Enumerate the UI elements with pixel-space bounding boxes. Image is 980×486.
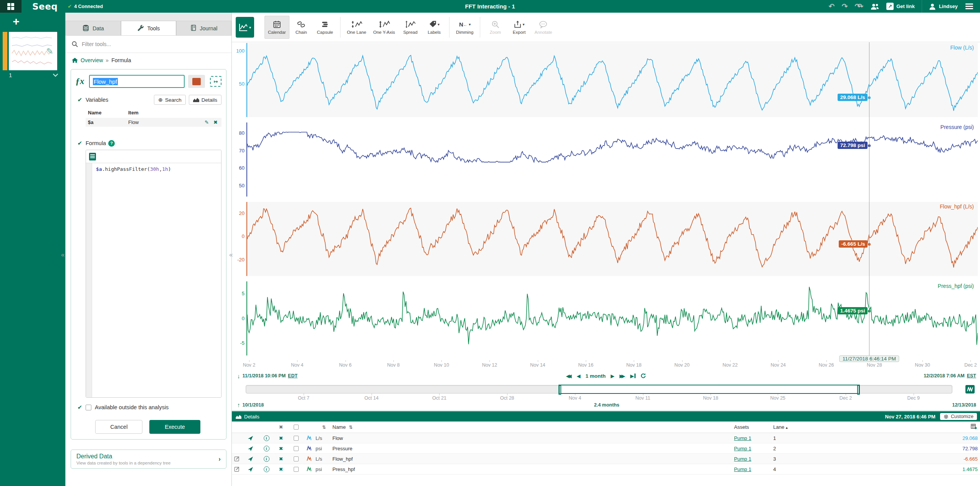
remove-item-icon[interactable]: ✖ bbox=[274, 446, 288, 451]
fast-forward-history-icon[interactable]: ↷↷ bbox=[854, 3, 863, 10]
item-checkbox[interactable] bbox=[288, 436, 304, 441]
asset-link[interactable]: Pump 1 bbox=[734, 456, 771, 462]
toolbar-dimming-button[interactable]: N▾Dimming bbox=[453, 16, 477, 39]
customize-button[interactable]: Customize bbox=[940, 413, 977, 420]
available-checkbox[interactable] bbox=[86, 405, 91, 410]
worksheet-thumbnail[interactable]: ✎ bbox=[9, 32, 57, 70]
send-to-trend-icon[interactable] bbox=[242, 456, 259, 462]
send-to-trend-icon[interactable] bbox=[242, 466, 259, 472]
chart-stack[interactable]: 10050Flow (L/s)29.068 L/s80706050Pressur… bbox=[232, 42, 980, 360]
chart-lane-4[interactable]: 50-5Press_hpf (psi)1.4675 psi bbox=[232, 281, 980, 360]
asset-link[interactable]: Pump 1 bbox=[734, 466, 771, 472]
details-row[interactable]: i✖L/sFlowPump 1129.068 bbox=[232, 433, 980, 443]
tab-data[interactable]: Data bbox=[66, 21, 121, 35]
range-start-timezone-link[interactable]: EDT bbox=[288, 373, 297, 379]
toolbar-spread-button[interactable]: Spread bbox=[398, 16, 422, 39]
remove-item-icon[interactable]: ✖ bbox=[274, 466, 288, 472]
remove-all-icon[interactable]: ✖ bbox=[274, 424, 288, 430]
breadcrumb-overview-link[interactable]: Overview bbox=[81, 57, 103, 63]
edit-variable-icon[interactable]: ✎ bbox=[205, 119, 209, 125]
formula-name-input[interactable]: Flow_hpf bbox=[89, 75, 185, 88]
users-icon[interactable] bbox=[870, 3, 879, 10]
toolbar-capsule-button[interactable]: Capsule bbox=[313, 16, 337, 39]
remove-item-icon[interactable]: ✖ bbox=[274, 435, 288, 441]
one-lane-icon bbox=[351, 20, 362, 28]
send-to-trend-icon[interactable] bbox=[242, 446, 259, 451]
formula-help-icon[interactable]: ? bbox=[108, 140, 115, 147]
scrubber-left-handle[interactable] bbox=[559, 385, 561, 395]
item-info-icon[interactable]: i bbox=[259, 456, 274, 462]
scrubber-selection[interactable] bbox=[559, 385, 859, 394]
item-checkbox[interactable] bbox=[288, 446, 304, 451]
item-info-icon[interactable]: i bbox=[259, 466, 274, 472]
remove-item-icon[interactable]: ✖ bbox=[274, 456, 288, 462]
add-column-icon[interactable] bbox=[971, 424, 980, 430]
sort-name-icon[interactable]: ⇅ bbox=[349, 425, 353, 430]
details-row[interactable]: i✖psiPress_hpfPump 141.4675 bbox=[232, 464, 980, 474]
refresh-icon[interactable] bbox=[641, 373, 646, 379]
chart-lane-1[interactable]: 10050Flow (L/s)29.068 L/s bbox=[232, 42, 980, 122]
undo-icon[interactable]: ↶ bbox=[829, 3, 835, 10]
view-selector-button[interactable]: ▾ bbox=[236, 17, 254, 38]
step-to-end-icon[interactable]: ▶ bbox=[630, 374, 636, 379]
duration-label[interactable]: 1 month bbox=[585, 373, 606, 379]
formula-code[interactable]: $a.highPassFilter(30h,1h) bbox=[92, 163, 175, 397]
worksheet-menu-chevron-icon[interactable] bbox=[53, 73, 58, 77]
edit-item-icon[interactable] bbox=[232, 456, 242, 461]
asset-link[interactable]: Pump 1 bbox=[734, 446, 771, 451]
execute-button[interactable]: Execute bbox=[149, 420, 200, 434]
filter-tools-input[interactable] bbox=[82, 41, 197, 47]
asset-link[interactable]: Pump 1 bbox=[734, 435, 771, 441]
tab-journal[interactable]: Journal bbox=[176, 21, 231, 35]
item-checkbox[interactable] bbox=[288, 467, 304, 472]
details-row[interactable]: i✖L/sFlow_hpfPump 13-6.665 bbox=[232, 454, 980, 464]
item-info-icon[interactable]: i bbox=[259, 435, 274, 441]
get-link-button[interactable]: ↗ Get link bbox=[886, 3, 915, 10]
user-menu-button[interactable]: Lindsey bbox=[929, 3, 958, 10]
tab-tools[interactable]: Tools bbox=[121, 21, 176, 35]
collapse-tools-handle[interactable]: « bbox=[229, 251, 233, 258]
y-axis-tick-label: 0 bbox=[232, 316, 245, 321]
hamburger-menu-icon[interactable] bbox=[965, 2, 974, 11]
variables-search-button[interactable]: ⊕ Search bbox=[154, 95, 186, 105]
details-row[interactable]: i✖psiPressurePump 1272.798 bbox=[232, 443, 980, 454]
toolbar-chain-button[interactable]: Chain bbox=[289, 16, 313, 39]
range-end-timezone-link[interactable]: EST bbox=[967, 373, 976, 379]
cancel-button[interactable]: Cancel bbox=[95, 420, 142, 434]
step-back-icon[interactable]: ◀ bbox=[577, 374, 580, 379]
chart-lane-3[interactable]: 200-20Flow_hpf (L/s)-6.665 L/s bbox=[232, 201, 980, 281]
formula-step-check-icon: ✔ bbox=[74, 140, 86, 147]
scrubber-right-handle[interactable] bbox=[857, 385, 860, 395]
move-tool-panel-icon[interactable]: ↦ bbox=[210, 76, 221, 87]
capsule-time-icon[interactable] bbox=[965, 385, 975, 393]
select-all-checkbox[interactable] bbox=[294, 425, 299, 430]
step-forward-half-icon[interactable]: ▶▶ bbox=[620, 374, 625, 379]
send-to-trend-icon[interactable] bbox=[242, 435, 259, 441]
toolbar-labels-button[interactable]: ▾Labels bbox=[422, 16, 446, 39]
variables-details-button[interactable]: Details bbox=[189, 95, 221, 105]
app-grid-button[interactable] bbox=[0, 0, 21, 13]
item-checkbox[interactable] bbox=[288, 456, 304, 461]
code-token: .highPassFilter( bbox=[102, 166, 150, 172]
chart-lane-2[interactable]: 80706050Pressure (psi)72.798 psi bbox=[232, 122, 980, 201]
remove-variable-icon[interactable]: ✖ bbox=[213, 119, 218, 125]
toolbar-calendar-button[interactable]: Calendar bbox=[264, 16, 289, 39]
series-line-4 bbox=[247, 281, 978, 355]
toolbar-one-y-axis-button[interactable]: One Y-Axis bbox=[370, 16, 398, 39]
home-icon[interactable] bbox=[72, 58, 78, 63]
color-picker-button[interactable] bbox=[188, 75, 205, 88]
formula-doc-icon[interactable] bbox=[89, 153, 96, 160]
derived-data-panel[interactable]: Derived Data View data created by tools … bbox=[71, 450, 226, 469]
toolbar-one-lane-button[interactable]: One Lane bbox=[344, 16, 370, 39]
formula-code-area[interactable]: $a.highPassFilter(30h,1h) bbox=[86, 163, 221, 397]
edit-item-icon[interactable] bbox=[232, 466, 242, 472]
item-info-icon[interactable]: i bbox=[259, 446, 274, 451]
step-forward-icon[interactable]: ▶ bbox=[611, 374, 615, 379]
toolbar-export-button[interactable]: ▾Export bbox=[507, 16, 531, 39]
redo-icon[interactable]: ↷ bbox=[841, 3, 848, 10]
collapse-rail-handle[interactable]: « bbox=[61, 251, 64, 258]
header-divider bbox=[922, 0, 922, 13]
sort-type-icon[interactable]: ⇅ bbox=[316, 425, 332, 430]
add-worksheet-button[interactable]: + bbox=[5, 15, 27, 28]
step-back-half-icon[interactable]: ◀◀ bbox=[566, 374, 572, 379]
